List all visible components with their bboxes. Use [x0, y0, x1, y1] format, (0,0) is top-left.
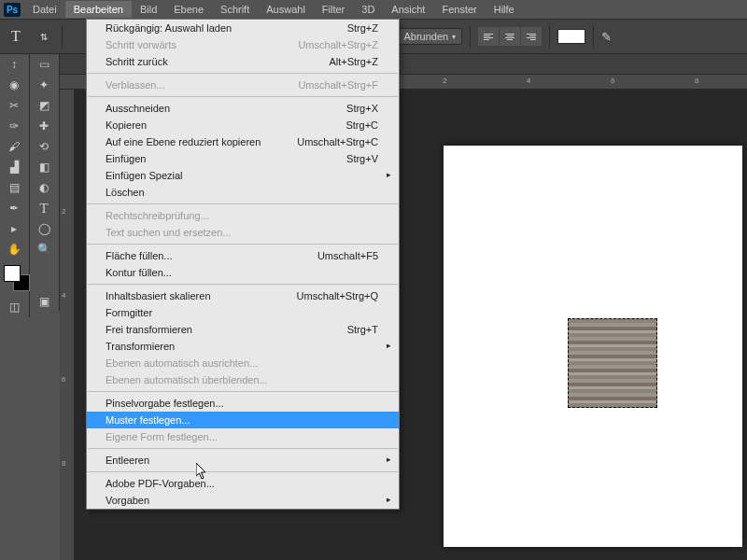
menu-auswahl[interactable]: Auswahl: [258, 1, 314, 18]
menu-item: Text suchen und ersetzen...: [87, 224, 399, 241]
menu-item[interactable]: Rückgängig: Auswahl ladenStrg+Z: [87, 20, 399, 36]
edit-menu-dropdown[interactable]: Rückgängig: Auswahl ladenStrg+ZSchritt v…: [86, 19, 400, 510]
align-center-button[interactable]: [500, 27, 520, 46]
menu-hilfe[interactable]: Hilfe: [486, 1, 523, 18]
menu-item[interactable]: Pinselvorgabe festlegen...: [87, 395, 399, 412]
menu-filter[interactable]: Filter: [314, 1, 353, 18]
eyedropper-tool-icon[interactable]: ✑: [0, 116, 28, 136]
menu-item: Eigene Form festlegen...: [87, 428, 399, 445]
menu-item[interactable]: Schritt zurückAlt+Strg+Z: [87, 53, 399, 70]
marquee-tool-icon[interactable]: ▭: [30, 54, 58, 75]
path-select-icon[interactable]: ▸: [0, 218, 28, 239]
lasso-tool-icon[interactable]: ◉: [0, 75, 28, 95]
toolbox-col-2: ▭ ✦ ◩ ✚ ⟲ ◧ ◐ T ◯ 🔍 ▣: [30, 54, 60, 312]
heal-tool-icon[interactable]: ✚: [30, 116, 58, 136]
slice-tool-icon[interactable]: ◩: [30, 95, 58, 116]
toolbox-col-1: ↕ ◉ ✂ ✑ 🖌 ▟ ▤ ✒ ▸ ✋ ◫: [0, 54, 30, 317]
text-color-swatch[interactable]: [557, 29, 585, 44]
hand-tool-icon[interactable]: ✋: [0, 239, 28, 259]
wand-tool-icon[interactable]: ✦: [30, 75, 58, 95]
antialias-select[interactable]: Abrunden▾: [397, 28, 462, 45]
type-tool-icon: T: [6, 26, 26, 47]
menu-ansicht[interactable]: Ansicht: [383, 1, 433, 18]
menu-bearbeiten[interactable]: Bearbeiten: [65, 1, 132, 18]
menu-bild[interactable]: Bild: [132, 1, 165, 18]
menu-item[interactable]: Fläche füllen...Umschalt+F5: [87, 247, 399, 264]
menu-item[interactable]: Transformieren: [87, 338, 399, 355]
eraser-tool-icon[interactable]: ◧: [30, 157, 58, 177]
menu-item[interactable]: Formgitter: [87, 304, 399, 321]
menu-item[interactable]: Vorgaben: [87, 492, 399, 509]
app-logo: Ps: [0, 0, 24, 19]
menu-item: Schritt vorwärtsUmschalt+Strg+Z: [87, 36, 399, 53]
menu-item[interactable]: Adobe PDF-Vorgaben...: [87, 475, 399, 492]
gradient-tool-icon[interactable]: ▤: [0, 177, 28, 198]
menu-item[interactable]: Kontur füllen...: [87, 264, 399, 281]
quickmask-icon[interactable]: ◫: [0, 297, 28, 317]
text-orientation-icon[interactable]: ⇅: [34, 26, 54, 47]
menu-item[interactable]: Frei transformierenStrg+T: [87, 321, 399, 338]
menu-item[interactable]: Löschen: [87, 184, 399, 201]
brush-tool-icon[interactable]: 🖌: [0, 136, 28, 157]
menu-item: Ebenen automatisch ausrichten...: [87, 355, 399, 371]
menu-item: Ebenen automatisch überblenden...: [87, 371, 399, 388]
menu-item[interactable]: EinfügenStrg+V: [87, 150, 399, 167]
zoom-tool-icon[interactable]: 🔍: [30, 239, 58, 259]
pen-tool-icon[interactable]: ✒: [0, 198, 28, 218]
foreground-swatch[interactable]: [4, 265, 21, 282]
menu-item[interactable]: Inhaltsbasiert skalierenUmschalt+Strg+Q: [87, 287, 399, 304]
smudge-tool-icon[interactable]: ◐: [30, 177, 58, 198]
ruler-vertical: 2 4 6 8: [60, 90, 75, 560]
menu-item[interactable]: Muster festlegen...: [87, 412, 399, 428]
menu-item: Verblassen...Umschalt+Strg+F: [87, 77, 399, 93]
type-tool-icon-tb[interactable]: T: [30, 198, 58, 218]
stamp-tool-icon[interactable]: ▟: [0, 157, 28, 177]
color-swatches[interactable]: [4, 265, 30, 291]
align-right-button[interactable]: [521, 27, 542, 46]
align-left-button[interactable]: [478, 27, 499, 46]
menu-item[interactable]: AusschneidenStrg+X: [87, 100, 399, 117]
menu-fenster[interactable]: Fenster: [433, 1, 485, 18]
menu-bar: Ps DateiBearbeitenBildEbeneSchriftAuswah…: [0, 0, 747, 19]
document[interactable]: [444, 146, 742, 547]
menu-ebene[interactable]: Ebene: [165, 1, 212, 18]
menu-item[interactable]: Auf eine Ebene reduziert kopierenUmschal…: [87, 133, 399, 150]
selection-marquee[interactable]: [568, 318, 657, 408]
menu-item[interactable]: Einfügen Spezial: [87, 167, 399, 184]
text-align-group: [478, 27, 542, 46]
menu-3d[interactable]: 3D: [353, 1, 383, 18]
menu-item: Rechtschreibprüfung...: [87, 207, 399, 224]
history-brush-icon[interactable]: ⟲: [30, 136, 58, 157]
screenmode-icon[interactable]: ▣: [30, 291, 58, 312]
crop-tool-icon[interactable]: ✂: [0, 95, 28, 116]
move-tool-icon[interactable]: ↕: [0, 54, 28, 75]
menu-datei[interactable]: Datei: [24, 1, 65, 18]
shape-tool-icon[interactable]: ◯: [30, 218, 58, 239]
menu-item[interactable]: Entleeren: [87, 452, 399, 469]
warp-text-icon[interactable]: ✎: [601, 30, 612, 44]
menu-schrift[interactable]: Schrift: [212, 1, 258, 18]
menu-item[interactable]: KopierenStrg+C: [87, 117, 399, 133]
